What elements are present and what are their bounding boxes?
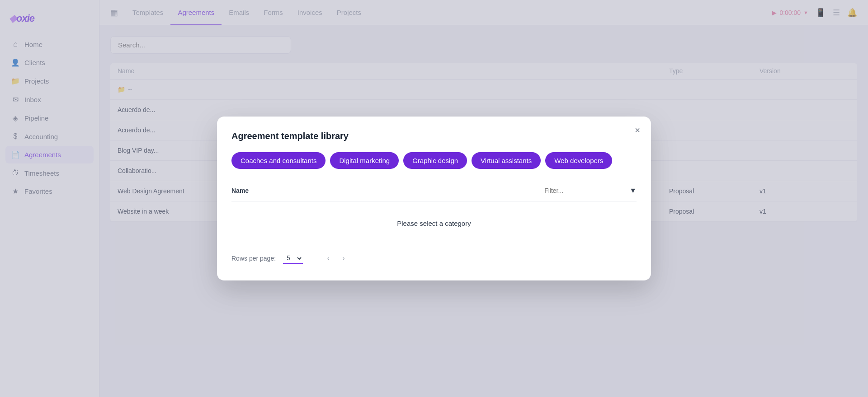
category-pill-web-developers[interactable]: Web developers xyxy=(545,152,612,169)
modal-close-button[interactable]: × xyxy=(635,126,640,135)
category-pill-virtual-assistants[interactable]: Virtual assistants xyxy=(472,152,541,169)
filter-icon[interactable]: ▼ xyxy=(629,187,637,195)
empty-state-message: Please select a category xyxy=(231,201,637,245)
agreement-template-library-modal: Agreement template library × Coaches and… xyxy=(217,117,651,280)
page-info: – xyxy=(314,255,317,262)
next-page-button[interactable]: › xyxy=(340,252,347,264)
category-pill-coaches[interactable]: Coaches and consultants xyxy=(231,152,326,169)
modal-table: Name ▼ Please select a category Rows per… xyxy=(231,180,637,266)
prev-page-button[interactable]: ‹ xyxy=(325,252,332,264)
modal-name-column-header: Name xyxy=(231,187,249,194)
category-pill-graphic-design[interactable]: Graphic design xyxy=(403,152,467,169)
pagination: Rows per page: 5 10 25 – ‹ › xyxy=(231,245,637,266)
filter-input[interactable] xyxy=(544,187,626,194)
category-pill-digital-marketing[interactable]: Digital marketing xyxy=(330,152,399,169)
modal-overlay[interactable]: Agreement template library × Coaches and… xyxy=(0,0,868,397)
filter-area: ▼ xyxy=(544,187,637,195)
modal-table-header: Name ▼ xyxy=(231,180,637,201)
rows-per-page-label: Rows per page: xyxy=(231,255,276,262)
category-pills: Coaches and consultants Digital marketin… xyxy=(231,152,637,169)
rows-per-page-select[interactable]: 5 10 25 xyxy=(283,253,303,264)
modal-title: Agreement template library xyxy=(231,131,637,141)
